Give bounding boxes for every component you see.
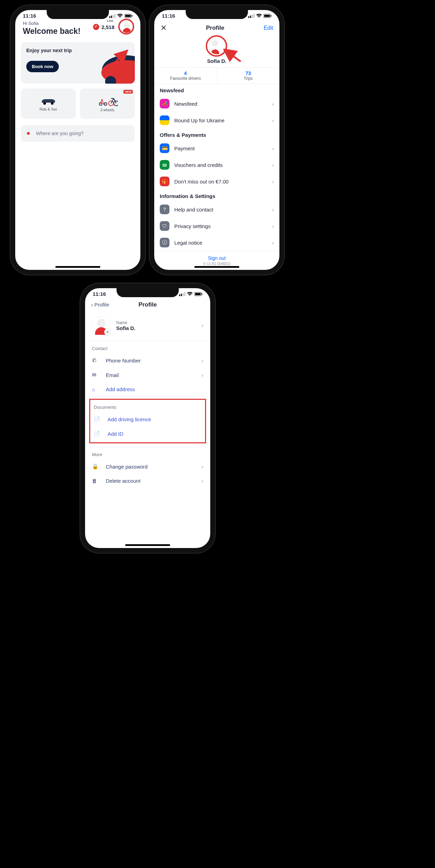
chevron-right-icon: ›: [272, 101, 274, 107]
row-change-password[interactable]: 🔒 Change password ›: [85, 459, 210, 474]
service-ride-taxi[interactable]: Ride & Taxi: [21, 88, 76, 119]
row-add-driving-licence[interactable]: 📄 Add driving licence: [90, 412, 205, 426]
trash-icon: 🗑: [92, 478, 100, 484]
chevron-right-icon: ›: [272, 179, 274, 185]
row-privacy[interactable]: 🛡 Privacy settings ›: [154, 218, 279, 234]
row-newsfeed[interactable]: 📣 Newsfeed ›: [154, 95, 279, 112]
avatar-button[interactable]: [120, 21, 133, 33]
home-indicator: [55, 266, 100, 268]
chevron-right-icon: ›: [272, 240, 274, 246]
gift-icon: 🎁: [160, 177, 169, 186]
document-icon: 📄: [94, 416, 101, 422]
chevron-right-icon: ›: [272, 117, 274, 123]
row-label: Privacy settings: [174, 223, 267, 229]
sign-out-button[interactable]: Sign out: [154, 251, 279, 262]
chevron-right-icon: ›: [272, 162, 274, 168]
svg-rect-20: [253, 14, 254, 18]
phone-profile-detail: 11:16 ‹ Profile Profile ＋ Name Sofia D. …: [80, 283, 215, 553]
page-title: Profile: [139, 301, 157, 308]
svg-rect-25: [179, 294, 180, 296]
home-indicator: [194, 266, 239, 268]
chevron-right-icon: ›: [202, 372, 203, 378]
points-live-label: Live: [107, 19, 113, 22]
signal-icon: [109, 14, 115, 18]
svg-rect-27: [183, 293, 184, 296]
chevron-left-icon: ‹: [91, 302, 93, 308]
info-icon: ⓘ: [160, 238, 169, 247]
chevron-right-icon: ›: [202, 358, 203, 364]
edit-button[interactable]: Edit: [263, 25, 273, 31]
profile-avatar[interactable]: ＋: [92, 317, 110, 334]
document-icon: 📄: [94, 431, 101, 437]
row-promo[interactable]: 🎁 Don't miss out on €7.00 ›: [154, 173, 279, 190]
chevron-right-icon: ›: [272, 207, 274, 213]
voucher-icon: 🎟: [160, 160, 169, 170]
stat-num: 73: [217, 70, 280, 76]
back-label: Profile: [94, 302, 109, 308]
svg-rect-18: [250, 16, 251, 18]
close-button[interactable]: ✕: [160, 23, 167, 32]
stat-label: Favourite drivers: [154, 76, 217, 81]
phone-home: 11:16 Hi Sofia Welcome back! Live 2,518: [10, 5, 145, 275]
row-legal[interactable]: ⓘ Legal notice ›: [154, 234, 279, 251]
row-label: Email: [106, 372, 195, 378]
row-vouchers[interactable]: 🎟 Vouchers and credits ›: [154, 157, 279, 173]
greeting-small: Hi Sofia: [23, 21, 81, 26]
svg-rect-2: [113, 15, 114, 18]
row-label: Add ID: [108, 431, 198, 437]
row-add-address[interactable]: ⌂ Add address: [85, 382, 210, 396]
row-delete-account[interactable]: 🗑 Delete account ›: [85, 474, 210, 488]
phone-icon: ✆: [92, 357, 100, 364]
notch: [186, 9, 248, 19]
wifi-icon: [256, 14, 262, 18]
section-contact: Contact: [85, 341, 210, 353]
car-illustration: [93, 48, 135, 84]
row-label: Legal notice: [174, 240, 267, 246]
row-help[interactable]: ? Help and contact ›: [154, 201, 279, 218]
svg-rect-6: [132, 15, 132, 17]
row-ukraine[interactable]: Round Up for Ukraine ›: [154, 112, 279, 129]
svg-rect-26: [181, 294, 182, 296]
app-version: V 11.51.0(4601): [154, 262, 279, 269]
book-now-label: Book now: [32, 64, 53, 69]
check-icon: [93, 24, 99, 30]
row-payment[interactable]: 💳 Payment ›: [154, 140, 279, 157]
name-value: Sofia D.: [116, 325, 195, 331]
row-label: Add driving licence: [108, 416, 198, 422]
back-button[interactable]: ‹ Profile: [91, 302, 109, 308]
destination-search[interactable]: Where are you going?: [21, 125, 135, 142]
stat-favourite-drivers[interactable]: 4 Favourite drivers: [154, 68, 217, 84]
stat-trips[interactable]: 73 Trips: [217, 68, 280, 84]
stats-row: 4 Favourite drivers 73 Trips: [154, 67, 279, 84]
row-phone[interactable]: ✆ Phone Number ›: [85, 353, 210, 368]
svg-rect-1: [111, 16, 112, 18]
row-name[interactable]: ＋ Name Sofia D. ›: [85, 311, 210, 341]
services: Ride & Taxi NEW 2-wheels: [21, 88, 135, 119]
row-label: Change password: [106, 464, 195, 470]
svg-rect-3: [114, 14, 115, 18]
book-now-button[interactable]: Book now: [26, 61, 59, 72]
row-add-id[interactable]: 📄 Add ID: [90, 426, 205, 441]
next-trip-banner[interactable]: Enjoy your next trip Book now: [21, 42, 135, 84]
question-icon: ?: [160, 205, 169, 214]
status-time: 11:16: [23, 13, 36, 19]
chevron-right-icon: ›: [202, 464, 203, 470]
points-pill[interactable]: Live 2,518: [91, 22, 118, 32]
row-email[interactable]: ✉ Email ›: [85, 368, 210, 382]
profile-avatar[interactable]: [209, 38, 225, 55]
row-label: Add address: [106, 386, 203, 392]
svg-rect-23: [271, 15, 271, 17]
svg-rect-30: [195, 293, 201, 295]
svg-rect-19: [252, 15, 253, 18]
add-photo-button[interactable]: ＋: [104, 329, 111, 336]
battery-icon: [263, 14, 272, 18]
svg-rect-22: [264, 15, 270, 17]
svg-rect-0: [109, 16, 110, 18]
points-value: 2,518: [101, 24, 114, 30]
service-two-wheels[interactable]: NEW 2-wheels: [80, 88, 135, 119]
phone-profile-menu: 11:16 ✕ Profile Edit Sofia D. 4 Favourit…: [149, 5, 284, 275]
page-title: Profile: [206, 25, 224, 31]
chevron-right-icon: ›: [202, 478, 203, 484]
ukraine-flag-icon: [160, 115, 169, 125]
svg-rect-17: [248, 16, 249, 18]
